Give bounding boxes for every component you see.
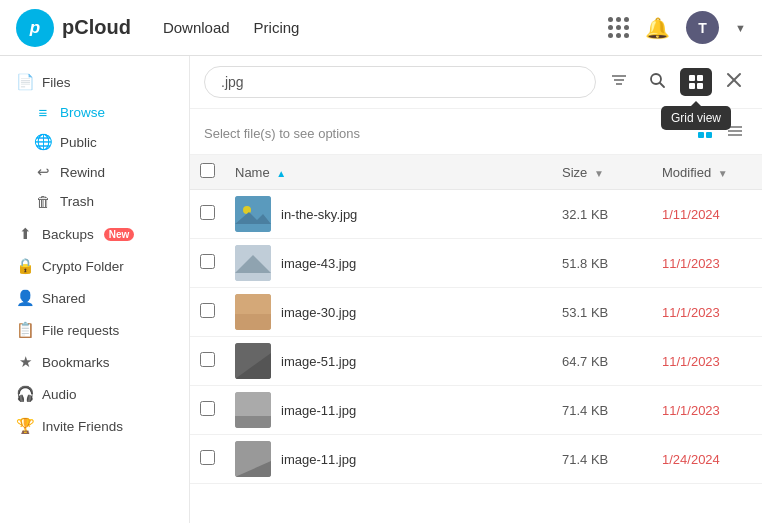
table-row: image-11.jpg 71.4 KB 11/1/2023	[190, 386, 762, 435]
select-all-checkbox[interactable]	[200, 163, 215, 178]
sidebar-item-files[interactable]: 📄 Files	[0, 66, 189, 98]
col-name-label: Name	[235, 165, 270, 180]
svg-rect-14	[706, 132, 712, 138]
close-icon	[726, 72, 742, 88]
row-checkbox-4[interactable]	[200, 352, 215, 367]
svg-rect-8	[697, 83, 703, 89]
sidebar-label-file-requests: File requests	[42, 323, 119, 338]
grid-icon	[687, 73, 705, 91]
col-size[interactable]: Size ▼	[552, 155, 652, 190]
logo-icon: p	[16, 9, 54, 47]
file-size-5: 71.4 KB	[552, 386, 652, 435]
file-name-3: image-30.jpg	[281, 305, 356, 320]
col-size-label: Size	[562, 165, 587, 180]
sidebar-label-public: Public	[60, 135, 97, 150]
file-thumb-6	[235, 441, 271, 477]
avatar-chevron[interactable]: ▼	[735, 22, 746, 34]
search-bar: Grid view	[190, 56, 762, 109]
file-icon: 📄	[16, 73, 34, 91]
file-size-1: 32.1 KB	[552, 190, 652, 239]
grid-view-tooltip-container: Grid view	[680, 68, 712, 96]
sidebar-item-trash[interactable]: 🗑 Trash	[10, 187, 189, 216]
table-row: image-51.jpg 64.7 KB 11/1/2023	[190, 337, 762, 386]
search-input[interactable]	[204, 66, 596, 98]
apps-grid-icon[interactable]	[608, 17, 629, 38]
table-row: image-30.jpg 53.1 KB 11/1/2023	[190, 288, 762, 337]
sidebar-item-crypto[interactable]: 🔒 Crypto Folder	[0, 250, 189, 282]
file-name-5: image-11.jpg	[281, 403, 356, 418]
file-size-3: 53.1 KB	[552, 288, 652, 337]
file-name-2: image-43.jpg	[281, 256, 356, 271]
svg-rect-13	[698, 132, 704, 138]
bell-icon[interactable]: 🔔	[645, 16, 670, 40]
grid-view-tooltip: Grid view	[661, 106, 731, 130]
header: p pCloud Download Pricing 🔔 T ▼	[0, 0, 762, 56]
table-row: in-the-sky.jpg 32.1 KB 1/11/2024	[190, 190, 762, 239]
sidebar-label-invite: Invite Friends	[42, 419, 123, 434]
col-modified-label: Modified	[662, 165, 711, 180]
logo-text: pCloud	[62, 16, 131, 39]
new-badge: New	[104, 228, 135, 241]
sidebar-item-public[interactable]: 🌐 Public	[10, 127, 189, 157]
sidebar-item-shared[interactable]: 👤 Shared	[0, 282, 189, 314]
file-date-2: 11/1/2023	[652, 239, 762, 288]
svg-line-4	[660, 83, 664, 87]
filter-button[interactable]	[604, 67, 634, 98]
sidebar-label-crypto: Crypto Folder	[42, 259, 124, 274]
file-date-4: 11/1/2023	[652, 337, 762, 386]
sidebar-label-browse: Browse	[60, 105, 105, 120]
svg-rect-6	[697, 75, 703, 81]
file-name-4: image-51.jpg	[281, 354, 356, 369]
avatar[interactable]: T	[686, 11, 719, 44]
svg-rect-7	[689, 83, 695, 89]
file-size-6: 71.4 KB	[552, 435, 652, 484]
row-checkbox-1[interactable]	[200, 205, 215, 220]
sidebar-item-file-requests[interactable]: 📋 File requests	[0, 314, 189, 346]
file-thumb-3	[235, 294, 271, 330]
col-name-sort-icon: ▲	[276, 168, 286, 179]
search-icon	[648, 71, 666, 89]
svg-rect-24	[235, 314, 271, 330]
file-name-6: image-11.jpg	[281, 452, 356, 467]
audio-icon: 🎧	[16, 385, 34, 403]
content-area: Grid view Select file(s) to see options	[190, 56, 762, 523]
row-checkbox-5[interactable]	[200, 401, 215, 416]
file-requests-icon: 📋	[16, 321, 34, 339]
file-name-1: in-the-sky.jpg	[281, 207, 357, 222]
select-hint: Select file(s) to see options	[204, 126, 360, 141]
lock-icon: 🔒	[16, 257, 34, 275]
logo-area: p pCloud	[16, 9, 131, 47]
file-date-3: 11/1/2023	[652, 288, 762, 337]
sidebar-label-trash: Trash	[60, 194, 94, 209]
file-thumb-5	[235, 392, 271, 428]
close-search-button[interactable]	[720, 68, 748, 97]
file-size-2: 51.8 KB	[552, 239, 652, 288]
row-checkbox-3[interactable]	[200, 303, 215, 318]
col-name[interactable]: Name ▲	[225, 155, 552, 190]
invite-icon: 🏆	[16, 417, 34, 435]
sidebar-item-browse[interactable]: ≡ Browse	[10, 98, 189, 127]
sidebar-item-bookmarks[interactable]: ★ Bookmarks	[0, 346, 189, 378]
col-modified[interactable]: Modified ▼	[652, 155, 762, 190]
sidebar-item-backups[interactable]: ⬆ Backups New	[0, 218, 189, 250]
logo-p: p	[30, 18, 40, 38]
grid-view-button[interactable]	[680, 68, 712, 96]
row-checkbox-6[interactable]	[200, 450, 215, 465]
sidebar-item-rewind[interactable]: ↩ Rewind	[10, 157, 189, 187]
sidebar-item-invite[interactable]: 🏆 Invite Friends	[0, 410, 189, 442]
sidebar-item-audio[interactable]: 🎧 Audio	[0, 378, 189, 410]
nav-pricing[interactable]: Pricing	[254, 19, 300, 36]
file-date-6: 1/24/2024	[652, 435, 762, 484]
backups-icon: ⬆	[16, 225, 34, 243]
header-nav: Download Pricing	[163, 19, 608, 36]
table-row: image-43.jpg 51.8 KB 11/1/2023	[190, 239, 762, 288]
svg-rect-5	[689, 75, 695, 81]
sidebar-label-audio: Audio	[42, 387, 77, 402]
row-checkbox-2[interactable]	[200, 254, 215, 269]
nav-download[interactable]: Download	[163, 19, 230, 36]
filter-icon	[610, 71, 628, 89]
table-body: in-the-sky.jpg 32.1 KB 1/11/2024	[190, 190, 762, 484]
search-button[interactable]	[642, 67, 672, 98]
sidebar-label-rewind: Rewind	[60, 165, 105, 180]
tooltip-arrow	[691, 101, 701, 106]
